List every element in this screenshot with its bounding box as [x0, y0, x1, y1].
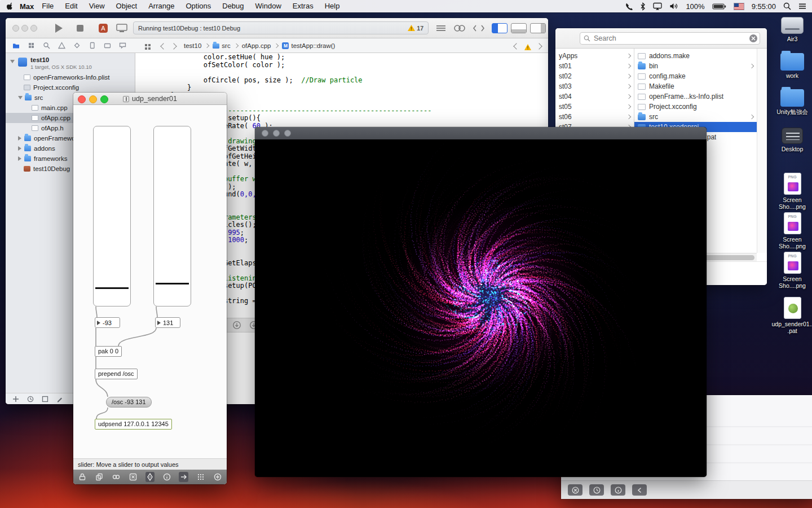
finder-column1-item[interactable]: st02 [555, 71, 634, 81]
stop-button[interactable] [77, 25, 83, 32]
slider-2[interactable] [153, 126, 191, 306]
finder-column2-item[interactable]: bin [634, 61, 757, 71]
zoom-button[interactable] [284, 130, 291, 137]
close-box-icon[interactable] [129, 472, 138, 482]
lock-icon[interactable] [78, 472, 87, 482]
menu-extras[interactable]: Extras [287, 0, 319, 12]
related-items-icon[interactable] [144, 42, 151, 52]
disclosure-closed-icon[interactable] [18, 146, 21, 151]
desktop-icon[interactable]: PNGScreen Sho....png [771, 212, 812, 249]
back-arrow-icon[interactable] [632, 484, 647, 496]
add-object-icon[interactable] [213, 472, 222, 482]
patcher-titlebar[interactable]: udp_sender01 [73, 93, 227, 105]
navigator-item[interactable]: Project.xcconfig [6, 82, 135, 93]
breakpoint-navigator-icon[interactable] [104, 42, 111, 49]
disclosure-open-icon[interactable] [18, 96, 23, 99]
slider-tool-icon[interactable] [145, 472, 155, 482]
desktop-icon[interactable]: Unity勉強会 [771, 89, 812, 115]
scm-status-icon[interactable] [42, 396, 48, 402]
finder-column2-item[interactable]: openFrame...ks-Info.plist [634, 91, 757, 102]
menu-view[interactable]: View [83, 0, 111, 12]
device-icon[interactable] [116, 24, 127, 35]
scheme-icon[interactable]: A [98, 23, 108, 36]
finder-column2-item[interactable]: Makefile [634, 81, 757, 91]
slider-2-knob[interactable] [156, 283, 189, 284]
handoff-phone-icon[interactable] [625, 2, 633, 10]
disclosure-closed-icon[interactable] [18, 156, 21, 161]
navigator-project-row[interactable]: test10 1 target, OS X SDK 10.10 [6, 55, 135, 71]
toggle-utilities-button[interactable] [530, 23, 546, 33]
number-box-2[interactable]: 131 [155, 317, 180, 328]
of-titlebar[interactable] [255, 127, 707, 139]
slider-1[interactable] [93, 126, 131, 306]
desktop-icon[interactable]: PNGScreen Sho....png [771, 173, 812, 210]
close-button[interactable] [262, 130, 268, 137]
grid-icon[interactable] [196, 472, 205, 482]
vertical-scrollbar[interactable] [757, 49, 767, 253]
link-icon[interactable] [112, 472, 121, 482]
number-box-1[interactable]: -93 [95, 317, 120, 328]
minimize-button[interactable] [273, 130, 280, 137]
issue-warning-icon[interactable] [524, 42, 531, 52]
test-navigator-icon[interactable] [73, 42, 81, 49]
desktop-icon[interactable]: PNGScreen Sho....png [771, 252, 812, 289]
menu-file[interactable]: File [36, 0, 59, 12]
standard-editor-button[interactable] [435, 24, 447, 35]
battery-icon[interactable] [712, 2, 726, 11]
slider-1-knob[interactable] [95, 287, 129, 289]
debug-navigator-icon[interactable] [89, 42, 96, 49]
desktop-icon[interactable]: udp_sender01...pat [771, 297, 812, 334]
recent-files-icon[interactable] [27, 396, 34, 402]
report-navigator-icon[interactable] [119, 42, 126, 49]
spotlight-icon[interactable] [783, 2, 791, 10]
finder-column2-item[interactable]: Project.xcconfig [634, 102, 757, 112]
finder-column1-item[interactable]: st01 [555, 61, 634, 71]
toggle-debug-area-button[interactable] [511, 23, 527, 33]
issue-navigator-icon[interactable] [58, 42, 65, 49]
finder-column1-item[interactable]: st04 [555, 91, 634, 102]
menu-debug[interactable]: Debug [217, 0, 249, 12]
menu-edit[interactable]: Edit [59, 0, 83, 12]
menu-arrange[interactable]: Arrange [143, 0, 180, 12]
search-navigator-icon[interactable] [43, 42, 50, 49]
finder-column1-item[interactable]: st05 [555, 102, 634, 112]
finder-column2-item[interactable]: src [634, 112, 757, 122]
prepend-object[interactable]: prepend /osc [95, 369, 138, 379]
next-issue-button[interactable] [536, 43, 542, 49]
finder-column2-item[interactable]: addons.make [634, 51, 757, 61]
apple-menu[interactable] [7, 2, 14, 11]
menu-help[interactable]: Help [319, 0, 346, 12]
run-button[interactable] [55, 24, 63, 33]
finder-column1-item[interactable]: yApps [555, 51, 634, 61]
forward-button[interactable] [170, 43, 176, 49]
notification-center-icon[interactable] [798, 3, 806, 10]
inspector-icon[interactable] [162, 472, 171, 482]
desktop-icon[interactable]: Desktop [771, 128, 812, 152]
breadcrumb-item[interactable]: ofApp.cpp [242, 42, 271, 49]
info-icon[interactable] [611, 484, 625, 496]
add-icon[interactable] [12, 396, 19, 402]
menu-object[interactable]: Object [111, 0, 143, 12]
warning-badge[interactable]: 17 [408, 25, 423, 32]
breadcrumb-item[interactable]: test10 [184, 42, 201, 49]
assistant-editor-button[interactable] [453, 24, 466, 35]
airplay-icon[interactable] [653, 2, 662, 10]
menu-window[interactable]: Window [250, 0, 287, 12]
finder-column1-item[interactable]: st06 [555, 112, 634, 122]
bluetooth-icon[interactable] [640, 2, 646, 11]
back-button[interactable] [160, 43, 166, 49]
previous-issue-button[interactable] [513, 43, 519, 49]
breadcrumb-item[interactable]: testApp::draw() [291, 42, 335, 49]
project-navigator-icon[interactable] [12, 42, 20, 49]
zoom-button[interactable] [30, 25, 37, 32]
disclosure-closed-icon[interactable] [18, 136, 21, 141]
version-editor-button[interactable] [473, 24, 485, 35]
app-menu[interactable]: Max [20, 2, 34, 11]
input-source-flag-icon[interactable] [734, 3, 744, 10]
volume-icon[interactable] [669, 2, 678, 10]
recent-icon[interactable] [589, 484, 604, 496]
duplicate-icon[interactable] [95, 472, 104, 482]
remove-icon[interactable] [568, 484, 582, 496]
search-field[interactable] [580, 32, 760, 45]
toggle-navigator-button[interactable] [492, 23, 508, 33]
